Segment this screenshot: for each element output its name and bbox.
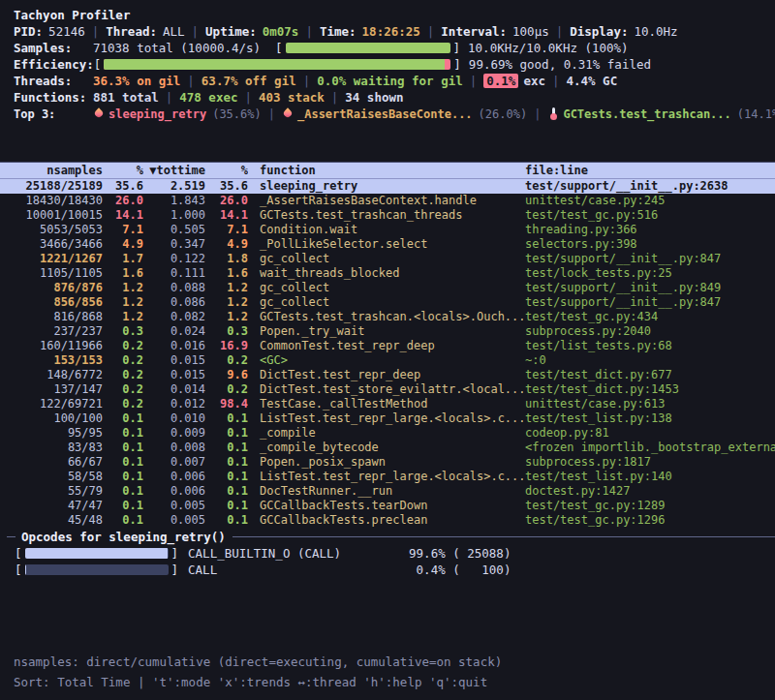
opcode-bar: [25, 548, 169, 559]
table-row[interactable]: 100/100 0.1 0.010 0.1 ListTest.test_repr…: [0, 411, 775, 426]
function-cell: GCCallbackTests.preclean: [248, 513, 523, 528]
nsamples-cell: 153/153: [0, 353, 103, 368]
footer-keybinds: Sort: Total Time | 't':mode 'x':trends ↔…: [0, 672, 775, 692]
table-row[interactable]: 5053/5053 7.1 0.505 7.1 Condition.wait t…: [0, 223, 775, 237]
cumulative-pct-cell: 1.2: [205, 295, 248, 310]
function-cell: TestCase._callTestMethod: [248, 397, 523, 411]
col-header-nsamples[interactable]: nsamples: [0, 163, 103, 179]
file-line-cell: test/support/__init__.py:847: [523, 295, 775, 310]
table-row[interactable]: 25188/25189 35.6 2.519 35.6 sleeping_ret…: [0, 179, 775, 194]
file-line-cell: unittest/case.py:245: [523, 194, 775, 208]
table-row[interactable]: 856/856 1.2 0.086 1.2 gc_collect test/su…: [0, 295, 775, 310]
table-row[interactable]: 47/47 0.1 0.005 0.1 GCCallbackTests.tear…: [0, 499, 775, 513]
nsamples-cell: 1221/1267: [0, 252, 103, 266]
bar-fill: [104, 59, 445, 70]
separator: |: [192, 24, 200, 39]
tottime-cell: 0.006: [143, 484, 205, 499]
table-row[interactable]: 148/6772 0.2 0.015 9.6 DictTest.test_rep…: [0, 368, 775, 382]
separator: |: [92, 24, 100, 39]
table-row[interactable]: 160/11966 0.2 0.016 16.9 CommonTest.test…: [0, 339, 775, 353]
cumulative-pct-cell: 1.8: [205, 252, 248, 266]
table-row[interactable]: 55/79 0.1 0.006 0.1 DocTestRunner.__run …: [0, 484, 775, 499]
table-row[interactable]: 58/58 0.1 0.006 0.1 ListTest.test_repr_l…: [0, 470, 775, 484]
samples-label: Samples:: [14, 41, 93, 55]
col-header-tottime-sorted[interactable]: ▼tottime: [143, 163, 205, 179]
col-header-cumulative-pct[interactable]: %: [205, 163, 248, 179]
divider-line: [232, 536, 775, 537]
table-row[interactable]: 876/876 1.2 0.088 1.2 gc_collect test/su…: [0, 281, 775, 295]
table-row[interactable]: 153/153 0.2 0.015 0.2 <GC> ~:0: [0, 353, 775, 368]
tottime-cell: 0.009: [143, 426, 205, 441]
table-row[interactable]: 10001/10015 14.1 1.000 14.1 GCTests.test…: [0, 208, 775, 223]
samples-rate: 10.0KHz/10.0KHz (100%): [468, 41, 629, 55]
direct-pct-cell: 1.2: [103, 281, 143, 295]
table-row[interactable]: 1105/1105 1.6 0.111 1.6 wait_threads_blo…: [0, 266, 775, 281]
direct-pct-cell: 14.1: [103, 208, 143, 223]
file-line-cell: <frozen importlib._bootstrap_externa: [523, 441, 775, 455]
top-functions-line: Top 3: sleeping_retry (35.6%) | _AssertR…: [0, 106, 775, 122]
profile-table: nsamples % ▼tottime % function file:line…: [0, 162, 775, 528]
cumulative-pct-cell: 35.6: [205, 179, 248, 194]
nsamples-cell: 237/237: [0, 324, 103, 339]
col-header-function[interactable]: function: [248, 163, 523, 179]
cumulative-pct-cell: 0.1: [205, 441, 248, 455]
tachyon-profiler-window: Tachyon Profiler PID:52146 | Thread:ALL …: [0, 0, 775, 700]
spacer: [0, 122, 775, 162]
table-header-row: nsamples % ▼tottime % function file:line: [0, 163, 775, 179]
bar-fill: [25, 564, 26, 575]
table-row[interactable]: 816/868 1.2 0.082 1.2 GCTests.test_trash…: [0, 310, 775, 324]
thermometer-icon: [547, 107, 559, 120]
threads-gc: 4.4% GC: [566, 74, 617, 88]
cumulative-pct-cell: 9.6: [205, 368, 248, 382]
table-row[interactable]: 66/67 0.1 0.007 0.1 Popen._posix_spawn s…: [0, 455, 775, 470]
file-line-cell: codeop.py:81: [523, 426, 775, 441]
app-title: Tachyon Profiler: [0, 7, 775, 23]
nsamples-cell: 45/48: [0, 513, 103, 528]
thread-field[interactable]: Thread:ALL: [106, 24, 184, 39]
table-row[interactable]: 45/48 0.1 0.005 0.1 GCCallbackTests.prec…: [0, 513, 775, 528]
top-function-1-pct: (35.6%): [212, 107, 262, 121]
opcode-name: CALL: [188, 563, 409, 577]
table-row[interactable]: 1221/1267 1.7 0.122 1.8 gc_collect test/…: [0, 252, 775, 266]
cumulative-pct-cell: 0.1: [205, 513, 248, 528]
direct-pct-cell: 1.2: [103, 295, 143, 310]
top-function-2-pct: (26.0%): [479, 107, 528, 121]
functions-label: Functions:: [14, 90, 93, 105]
function-cell: <GC>: [248, 353, 523, 368]
table-row[interactable]: 3466/3466 4.9 0.347 4.9 _PollLikeSelecto…: [0, 237, 775, 252]
efficiency-bar: [104, 59, 450, 70]
tottime-cell: 0.015: [143, 353, 205, 368]
nsamples-cell: 25188/25189: [0, 179, 103, 194]
table-row[interactable]: 122/69721 0.2 0.012 98.4 TestCase._callT…: [0, 397, 775, 411]
nsamples-cell: 95/95: [0, 426, 103, 441]
threads-on-gil: 36.3% on gil: [93, 74, 180, 88]
table-row[interactable]: 18430/18430 26.0 1.843 26.0 _AssertRaise…: [0, 194, 775, 208]
file-line-cell: ~:0: [523, 353, 775, 368]
function-cell: GCTests.test_trashcan_threads: [248, 208, 523, 223]
function-cell: GCTests.test_trashcan.<locals>.Ouch...: [248, 310, 523, 324]
table-row[interactable]: 237/237 0.3 0.024 0.3 Popen._try_wait su…: [0, 324, 775, 339]
cumulative-pct-cell: 0.2: [205, 382, 248, 397]
tottime-cell: 0.014: [143, 382, 205, 397]
tottime-cell: 0.005: [143, 513, 205, 528]
separator: |: [303, 74, 311, 88]
top-function-3-pct: (14.1%): [737, 107, 775, 121]
tottime-cell: 0.024: [143, 324, 205, 339]
separator: |: [470, 74, 478, 88]
table-row[interactable]: 137/147 0.2 0.014 0.2 DictTest.test_stor…: [0, 382, 775, 397]
footer-legend: nsamples: direct/cumulative (direct=exec…: [0, 652, 775, 672]
col-header-file-line[interactable]: file:line: [523, 163, 775, 179]
direct-pct-cell: 0.2: [103, 339, 143, 353]
file-line-cell: doctest.py:1427: [523, 484, 775, 499]
thread-label: Thread:: [106, 24, 157, 39]
cumulative-pct-cell: 0.1: [205, 411, 248, 426]
bar-fill: [25, 548, 168, 559]
tottime-cell: 0.111: [143, 266, 205, 281]
samples-rate-bar: [286, 43, 450, 53]
col-header-direct-pct[interactable]: %: [103, 163, 143, 179]
table-row[interactable]: 95/95 0.1 0.009 0.1 _compile codeop.py:8…: [0, 426, 775, 441]
file-line-cell: subprocess.py:2040: [523, 324, 775, 339]
nsamples-cell: 55/79: [0, 484, 103, 499]
table-row[interactable]: 83/83 0.1 0.008 0.1 _compile_bytecode <f…: [0, 441, 775, 455]
top-function-1-name: sleeping_retry: [108, 107, 206, 121]
